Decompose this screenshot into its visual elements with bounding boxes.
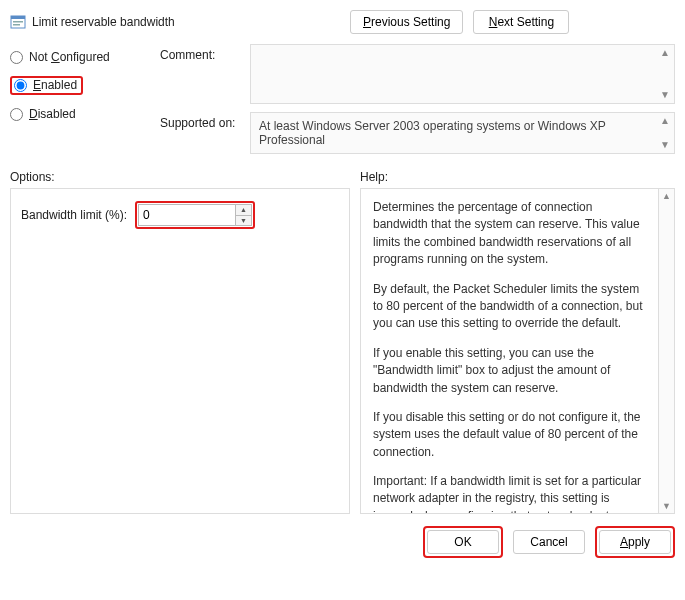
spin-up-button[interactable]: ▲ <box>236 205 251 216</box>
radio-not-configured[interactable]: Not Configured <box>10 50 160 64</box>
svg-rect-1 <box>11 16 25 19</box>
options-heading: Options: <box>10 170 360 184</box>
apply-button[interactable]: Apply <box>599 530 671 554</box>
scroll-up-icon[interactable]: ▲ <box>658 115 672 127</box>
help-heading: Help: <box>360 170 675 184</box>
comment-label: Comment: <box>160 44 250 104</box>
comment-box[interactable]: ▲ ▼ <box>250 44 675 104</box>
ok-button[interactable]: OK <box>427 530 499 554</box>
policy-icon <box>10 14 26 30</box>
scroll-down-icon[interactable]: ▼ <box>659 501 674 511</box>
supported-box: At least Windows Server 2003 operating s… <box>250 112 675 154</box>
help-scrollbar[interactable]: ▲ ▼ <box>659 188 675 514</box>
radio-disabled[interactable]: Disabled <box>10 107 160 121</box>
svg-rect-2 <box>13 21 23 23</box>
window-title: Limit reservable bandwidth <box>32 15 175 29</box>
scroll-up-icon[interactable]: ▲ <box>658 47 672 59</box>
radio-enabled[interactable]: Enabled <box>14 78 77 92</box>
previous-setting-button[interactable]: Previous Setting <box>350 10 463 34</box>
scroll-down-icon[interactable]: ▼ <box>658 89 672 101</box>
bandwidth-limit-spinner[interactable]: ▲ ▼ <box>138 204 252 226</box>
svg-rect-3 <box>13 24 20 26</box>
spin-down-button[interactable]: ▼ <box>236 216 251 226</box>
help-text: Determines the percentage of connection … <box>360 188 659 514</box>
scroll-down-icon[interactable]: ▼ <box>658 139 672 151</box>
supported-label: Supported on: <box>160 112 250 154</box>
options-panel: Bandwidth limit (%): ▲ ▼ <box>10 188 350 514</box>
cancel-button[interactable]: Cancel <box>513 530 585 554</box>
bandwidth-limit-input[interactable] <box>139 205 235 225</box>
bandwidth-limit-label: Bandwidth limit (%): <box>21 208 127 222</box>
next-setting-button[interactable]: Next Setting <box>473 10 569 34</box>
scroll-up-icon[interactable]: ▲ <box>659 191 674 201</box>
